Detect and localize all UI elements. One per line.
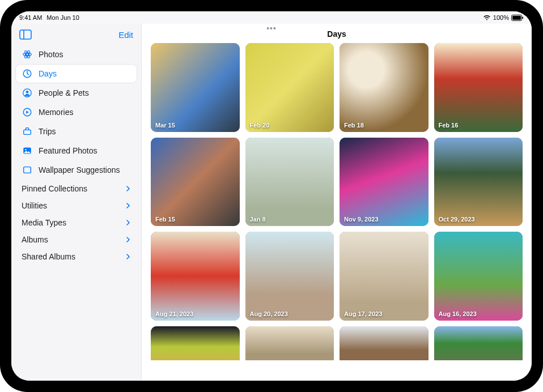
sidebar-item-wallpaper-suggestions[interactable]: Wallpaper Suggestions bbox=[16, 161, 137, 179]
day-thumbnail[interactable] bbox=[151, 326, 240, 360]
sidebar-group-shared-albums[interactable]: Shared Albums bbox=[16, 248, 137, 265]
day-thumbnail[interactable]: Feb 15 bbox=[151, 138, 240, 227]
sidebar-group-pinned-collections[interactable]: Pinned Collections bbox=[16, 180, 137, 197]
sidebar-item-memories[interactable]: Memories bbox=[16, 103, 137, 121]
svg-rect-1 bbox=[512, 16, 521, 20]
day-thumbnail[interactable]: Aug 20, 2023 bbox=[245, 232, 334, 321]
content-area: Days Mar 15 Feb 20 Feb 18 Feb 16 Feb 15 … bbox=[142, 24, 532, 381]
day-date-label: Aug 20, 2023 bbox=[250, 310, 288, 317]
day-thumbnail[interactable] bbox=[340, 326, 429, 360]
chevron-right-icon bbox=[125, 186, 131, 191]
svg-point-11 bbox=[26, 91, 29, 93]
day-date-label: Nov 9, 2023 bbox=[344, 216, 379, 223]
svg-rect-2 bbox=[523, 16, 524, 19]
page-title: Days bbox=[142, 24, 532, 43]
status-date: Mon Jun 10 bbox=[46, 14, 79, 21]
day-thumbnail[interactable]: Feb 16 bbox=[434, 43, 523, 132]
sidebar-group-label: Pinned Collections bbox=[22, 184, 87, 193]
day-thumbnail[interactable]: Nov 9, 2023 bbox=[340, 138, 429, 227]
wifi-icon bbox=[483, 15, 491, 20]
day-thumbnail[interactable]: Mar 15 bbox=[151, 43, 240, 132]
sidebar-item-photos[interactable]: Photos bbox=[16, 45, 137, 63]
sidebar-group-albums[interactable]: Albums bbox=[16, 231, 137, 248]
day-thumbnail[interactable]: Feb 20 bbox=[245, 43, 334, 132]
clock-icon bbox=[22, 68, 33, 79]
edit-button[interactable]: Edit bbox=[118, 30, 133, 40]
svg-point-5 bbox=[26, 53, 28, 56]
sidebar-item-label: Days bbox=[39, 69, 57, 78]
sidebar-group-utilities[interactable]: Utilities bbox=[16, 197, 137, 214]
day-thumbnail[interactable] bbox=[434, 326, 523, 360]
day-thumbnail[interactable] bbox=[245, 326, 334, 360]
sidebar-group-label: Shared Albums bbox=[22, 252, 75, 261]
chevron-right-icon bbox=[125, 220, 131, 225]
status-time: 9:41 AM bbox=[19, 14, 42, 21]
day-thumbnail[interactable]: Aug 16, 2023 bbox=[434, 232, 523, 321]
status-bar: 9:41 AM Mon Jun 10 100% bbox=[11, 11, 532, 24]
battery-icon bbox=[511, 15, 524, 21]
sidebar-group-label: Utilities bbox=[22, 201, 47, 210]
days-grid: Mar 15 Feb 20 Feb 18 Feb 16 Feb 15 Jan 8… bbox=[151, 43, 523, 360]
chevron-right-icon bbox=[125, 254, 131, 259]
sidebar-item-label: Memories bbox=[39, 108, 73, 117]
memories-icon bbox=[22, 106, 33, 118]
day-thumbnail[interactable]: Oct 29, 2023 bbox=[434, 138, 523, 227]
day-date-label: Feb 15 bbox=[155, 216, 175, 223]
sidebar-item-label: Trips bbox=[39, 127, 56, 136]
sidebar-toggle-icon[interactable] bbox=[19, 29, 32, 40]
day-thumbnail[interactable]: Feb 18 bbox=[340, 43, 429, 132]
svg-rect-3 bbox=[20, 30, 31, 39]
wallpaper-icon bbox=[22, 164, 33, 176]
suitcase-icon bbox=[22, 126, 33, 137]
screen: 9:41 AM Mon Jun 10 100% ••• bbox=[11, 11, 532, 381]
sidebar-item-label: People & Pets bbox=[39, 88, 89, 97]
multitask-indicator-icon[interactable]: ••• bbox=[266, 24, 277, 33]
sidebar-group-media-types[interactable]: Media Types bbox=[16, 214, 137, 231]
main-split: Edit Photos Days bbox=[11, 24, 532, 381]
sidebar-group-label: Albums bbox=[22, 235, 48, 244]
day-thumbnail[interactable]: Jan 8 bbox=[245, 138, 334, 227]
day-date-label: Aug 16, 2023 bbox=[439, 310, 477, 317]
svg-rect-13 bbox=[24, 130, 31, 134]
day-date-label: Jan 8 bbox=[250, 216, 266, 223]
day-date-label: Aug 17, 2023 bbox=[344, 310, 382, 317]
sidebar-group-label: Media Types bbox=[22, 218, 66, 227]
device-frame: 9:41 AM Mon Jun 10 100% ••• bbox=[0, 0, 543, 392]
battery-percent: 100% bbox=[493, 14, 509, 21]
sidebar-item-label: Photos bbox=[39, 50, 63, 59]
sidebar-item-featured-photos[interactable]: Featured Photos bbox=[16, 142, 137, 160]
grid-scroll[interactable]: Mar 15 Feb 20 Feb 18 Feb 16 Feb 15 Jan 8… bbox=[142, 43, 532, 381]
chevron-right-icon bbox=[125, 203, 131, 208]
photos-icon bbox=[22, 49, 33, 60]
day-thumbnail[interactable]: Aug 17, 2023 bbox=[340, 232, 429, 321]
day-date-label: Mar 15 bbox=[155, 122, 175, 129]
sidebar-item-trips[interactable]: Trips bbox=[16, 122, 137, 140]
day-thumbnail[interactable]: Aug 21, 2023 bbox=[151, 232, 240, 321]
day-date-label: Feb 16 bbox=[439, 122, 459, 129]
sidebar: Edit Photos Days bbox=[11, 24, 142, 381]
day-date-label: Feb 18 bbox=[344, 122, 364, 129]
chevron-right-icon bbox=[125, 237, 131, 242]
sidebar-item-days[interactable]: Days bbox=[16, 65, 137, 83]
day-date-label: Aug 21, 2023 bbox=[155, 310, 193, 317]
day-date-label: Feb 20 bbox=[250, 122, 270, 129]
featured-photos-icon bbox=[22, 145, 33, 156]
sidebar-item-people-pets[interactable]: People & Pets bbox=[16, 84, 137, 102]
day-date-label: Oct 29, 2023 bbox=[439, 216, 475, 223]
svg-point-15 bbox=[25, 149, 26, 150]
sidebar-item-label: Featured Photos bbox=[39, 146, 97, 155]
sidebar-item-label: Wallpaper Suggestions bbox=[39, 165, 120, 174]
svg-rect-16 bbox=[24, 167, 31, 173]
person-icon bbox=[22, 87, 33, 99]
